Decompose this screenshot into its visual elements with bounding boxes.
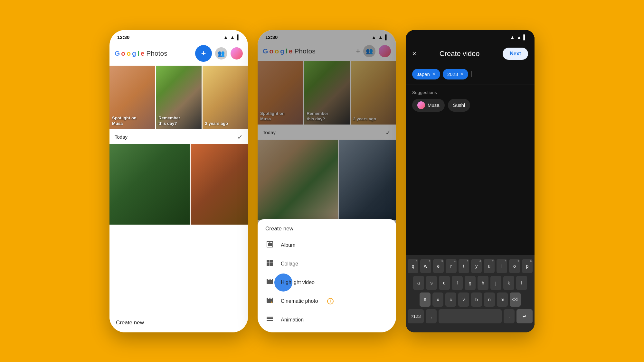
album-icon: [265, 240, 274, 250]
key-d[interactable]: d: [439, 276, 450, 290]
date-row-1: Today ✓: [109, 130, 248, 144]
key-num-4: 4: [454, 260, 455, 263]
suggestions-section: Suggestions Musa Sushi: [406, 85, 535, 117]
key-space[interactable]: [439, 309, 502, 323]
people-button-1[interactable]: 👥: [215, 47, 227, 60]
suggestions-label: Suggestions: [412, 90, 528, 95]
photo-label-baby: Spotlight onMusa: [112, 116, 137, 126]
highlight-icon: [265, 278, 274, 287]
gp-header-1: Google Photos + 👥: [109, 42, 248, 66]
search-chips-area[interactable]: Japan ✕ 2023 ✕: [406, 64, 535, 85]
status-time-1: 12:30: [117, 34, 129, 40]
key-enter[interactable]: ↵: [516, 309, 533, 323]
musa-avatar: [417, 101, 425, 109]
keyboard-row-1: 1q 2w 3e 4r 5t 6y 7u 8i 9o 0p: [408, 259, 533, 273]
close-button[interactable]: ×: [412, 50, 416, 58]
suggestion-musa[interactable]: Musa: [412, 99, 445, 112]
key-num-3: 3: [441, 260, 443, 263]
japan-chip-remove[interactable]: ✕: [432, 71, 436, 77]
svg-rect-2: [267, 317, 273, 318]
info-badge: i: [327, 298, 334, 304]
key-num-1: 1: [416, 260, 417, 263]
key-h[interactable]: h: [478, 276, 488, 290]
avatar-img-1: [231, 47, 243, 60]
status-bar-3: 12:30 ▲ ▲ ▌: [406, 30, 535, 42]
phones-container: 12:30 ▲ ▲ ▌ Google Photos + 👥: [97, 23, 547, 339]
phone-1: 12:30 ▲ ▲ ▌ Google Photos + 👥: [109, 30, 248, 332]
key-l[interactable]: l: [516, 276, 527, 290]
key-g[interactable]: g: [465, 276, 476, 290]
sheet-item-album[interactable]: Album: [258, 236, 396, 255]
keyboard[interactable]: 1q 2w 3e 4r 5t 6y 7u 8i 9o 0p a s d f g: [406, 255, 535, 332]
key-p[interactable]: 0p: [522, 259, 533, 273]
cinematic-icon: i: [265, 296, 274, 306]
suggestion-sushi[interactable]: Sushi: [448, 99, 470, 112]
logo-l: l: [137, 50, 139, 57]
key-r[interactable]: 4r: [446, 259, 456, 273]
photo-dog-1[interactable]: Rememberthis day?: [156, 66, 201, 129]
logo-g2: g: [132, 50, 136, 57]
photo-baby-1[interactable]: Spotlight onMusa: [109, 66, 155, 129]
key-comma[interactable]: ,: [426, 309, 437, 323]
key-f[interactable]: f: [452, 276, 463, 290]
key-o[interactable]: 9o: [509, 259, 520, 273]
photo-forest-1[interactable]: [109, 144, 190, 225]
key-t[interactable]: 5t: [459, 259, 469, 273]
year-chip-label: 2023: [447, 71, 458, 77]
key-backspace[interactable]: ⌫: [510, 292, 521, 307]
sheet-item-collage[interactable]: Collage: [258, 255, 396, 273]
japan-chip-label: Japan: [417, 71, 430, 77]
signal-icon-3: ▲: [517, 34, 522, 40]
wifi-icon: ▲: [223, 34, 228, 40]
key-j[interactable]: j: [490, 276, 501, 290]
photo-orange-1[interactable]: [191, 144, 248, 225]
photo-row-1: Spotlight onMusa Rememberthis day? 2 yea…: [109, 66, 248, 130]
japan-chip[interactable]: Japan ✕: [412, 69, 440, 79]
bottom-bar-1: Create new: [109, 315, 248, 332]
key-b[interactable]: b: [471, 292, 482, 307]
cinematic-label: Cinematic photo: [281, 298, 318, 304]
key-m[interactable]: m: [497, 292, 508, 307]
key-e[interactable]: 3e: [433, 259, 444, 273]
key-q[interactable]: 1q: [408, 259, 418, 273]
check-icon-1[interactable]: ✓: [237, 133, 243, 141]
sushi-label: Sushi: [453, 102, 465, 108]
logo-g: G: [115, 50, 120, 57]
key-x[interactable]: x: [432, 292, 443, 307]
key-z[interactable]: ⇧: [420, 292, 431, 307]
next-button[interactable]: Next: [503, 48, 528, 60]
add-button-large[interactable]: +: [195, 45, 212, 62]
collage-label: Collage: [281, 261, 298, 267]
key-n[interactable]: n: [484, 292, 495, 307]
sheet-item-animation[interactable]: Animation: [258, 311, 396, 329]
people-icon-1: 👥: [218, 50, 225, 57]
key-num-2: 2: [429, 260, 430, 263]
key-w[interactable]: 2w: [420, 259, 431, 273]
battery-icon: ▌: [237, 34, 240, 40]
key-period[interactable]: .: [504, 309, 515, 323]
year-chip-remove[interactable]: ✕: [460, 71, 464, 77]
key-num-6: 6: [479, 260, 481, 263]
phone-3-inner: 12:30 ▲ ▲ ▌ × Create video Next Japan ✕: [406, 30, 535, 332]
photo-pasta-1[interactable]: 2 years ago: [203, 66, 248, 129]
avatar-1[interactable]: [231, 47, 243, 60]
key-num-0: 0: [530, 260, 532, 263]
text-cursor: [471, 71, 471, 77]
key-a[interactable]: a: [413, 276, 424, 290]
key-v[interactable]: v: [458, 292, 469, 307]
sheet-item-cinematic[interactable]: i Cinematic photo i: [258, 292, 396, 311]
key-u[interactable]: 7u: [484, 259, 494, 273]
key-numbers[interactable]: ?123: [408, 309, 424, 323]
key-i[interactable]: 8i: [497, 259, 507, 273]
key-k[interactable]: k: [503, 276, 514, 290]
logo-o2: o: [127, 50, 131, 57]
animation-label: Animation: [281, 317, 304, 323]
create-new-label-1[interactable]: Create new: [116, 320, 144, 326]
key-s[interactable]: s: [426, 276, 437, 290]
key-y[interactable]: 6y: [471, 259, 482, 273]
year-chip[interactable]: 2023 ✕: [443, 69, 468, 79]
key-c[interactable]: c: [445, 292, 456, 307]
sheet-item-highlight[interactable]: Highlight video: [258, 273, 396, 292]
collage-icon: [265, 259, 274, 269]
dark-header: × Create video Next: [406, 42, 535, 64]
